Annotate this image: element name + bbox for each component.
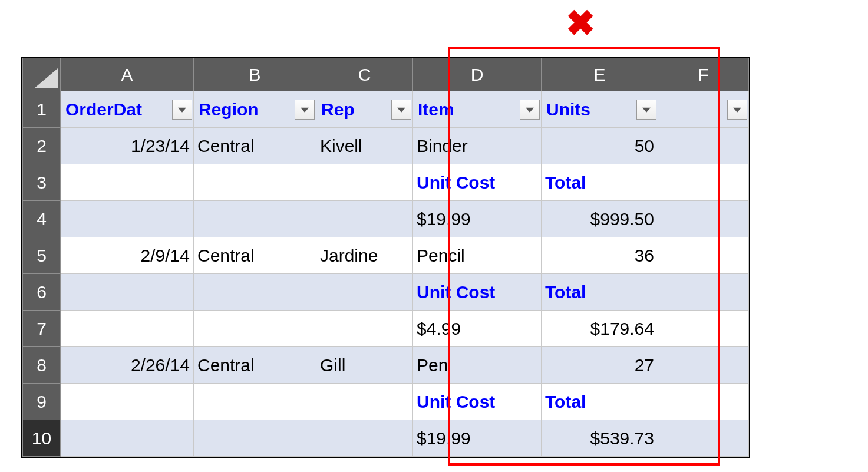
cell-A10[interactable] (61, 420, 194, 457)
cell-F4[interactable] (658, 201, 749, 237)
cell-E5[interactable]: 36 (542, 237, 658, 274)
filter-dropdown-icon[interactable] (636, 100, 656, 120)
cell-E7[interactable]: $179.64 (542, 311, 658, 347)
cell-F6[interactable] (658, 274, 749, 311)
row-header-9[interactable]: 9 (23, 384, 61, 420)
cell-D8[interactable]: Pen (413, 347, 542, 384)
cell-B8[interactable]: Central (194, 347, 316, 384)
cell-A4[interactable] (61, 201, 194, 237)
cell-B2[interactable]: Central (194, 128, 316, 164)
cell-A7[interactable] (61, 311, 194, 347)
cell-B1[interactable]: Region (194, 91, 316, 128)
error-x-icon: ✖ (566, 6, 595, 41)
cell-B9[interactable] (194, 384, 316, 420)
filter-dropdown-icon[interactable] (520, 100, 540, 120)
filter-dropdown-icon[interactable] (172, 100, 192, 120)
cell-A6[interactable] (61, 274, 194, 311)
cell-B10[interactable] (194, 420, 316, 457)
spreadsheet-grid: A B C D E F 1 OrderDat Region Rep Item U… (22, 58, 749, 457)
cell-D3[interactable]: Unit Cost (413, 164, 542, 201)
cell-F8[interactable] (658, 347, 749, 384)
cell-B7[interactable] (194, 311, 316, 347)
filter-dropdown-icon[interactable] (727, 100, 747, 120)
row-header-4[interactable]: 4 (23, 201, 61, 237)
col-header-D[interactable]: D (413, 58, 542, 91)
filter-dropdown-icon[interactable] (295, 100, 315, 120)
cell-A2[interactable]: 1/23/14 (61, 128, 194, 164)
cell-A8[interactable]: 2/26/14 (61, 347, 194, 384)
cell-E10[interactable]: $539.73 (542, 420, 658, 457)
cell-E3[interactable]: Total (542, 164, 658, 201)
row-header-10[interactable]: 10 (23, 420, 61, 457)
header-label: Rep (321, 100, 355, 119)
cell-B5[interactable]: Central (194, 237, 316, 274)
cell-B4[interactable] (194, 201, 316, 237)
cell-C7[interactable] (316, 311, 413, 347)
col-header-A[interactable]: A (61, 58, 194, 91)
cell-F10[interactable] (658, 420, 749, 457)
cell-C2[interactable]: Kivell (316, 128, 413, 164)
cell-E4[interactable]: $999.50 (542, 201, 658, 237)
cell-A3[interactable] (61, 164, 194, 201)
select-all-corner[interactable] (23, 58, 61, 91)
row-header-2[interactable]: 2 (23, 128, 61, 164)
cell-E2[interactable]: 50 (542, 128, 658, 164)
cell-E1[interactable]: Units (542, 91, 658, 128)
header-label: Region (199, 100, 259, 119)
cell-B3[interactable] (194, 164, 316, 201)
cell-F2[interactable] (658, 128, 749, 164)
cell-A1[interactable]: OrderDat (61, 91, 194, 128)
spreadsheet: A B C D E F 1 OrderDat Region Rep Item U… (21, 57, 750, 458)
header-label: Item (418, 100, 454, 119)
cell-D4[interactable]: $19.99 (413, 201, 542, 237)
cell-F9[interactable] (658, 384, 749, 420)
cell-F1[interactable] (658, 91, 749, 128)
cell-C1[interactable]: Rep (316, 91, 413, 128)
header-label: Units (546, 100, 590, 119)
cell-D2[interactable]: Binder (413, 128, 542, 164)
row-header-3[interactable]: 3 (23, 164, 61, 201)
header-label: OrderDat (65, 100, 142, 119)
row-header-6[interactable]: 6 (23, 274, 61, 311)
cell-D5[interactable]: Pencil (413, 237, 542, 274)
col-header-E[interactable]: E (542, 58, 658, 91)
col-header-C[interactable]: C (316, 58, 413, 91)
cell-C8[interactable]: Gill (316, 347, 413, 384)
cell-D6[interactable]: Unit Cost (413, 274, 542, 311)
cell-F7[interactable] (658, 311, 749, 347)
cell-C10[interactable] (316, 420, 413, 457)
row-header-1[interactable]: 1 (23, 91, 61, 128)
row-header-5[interactable]: 5 (23, 237, 61, 274)
cell-F5[interactable] (658, 237, 749, 274)
cell-D7[interactable]: $4.99 (413, 311, 542, 347)
cell-B6[interactable] (194, 274, 316, 311)
cell-C9[interactable] (316, 384, 413, 420)
cell-C3[interactable] (316, 164, 413, 201)
cell-C5[interactable]: Jardine (316, 237, 413, 274)
cell-E8[interactable]: 27 (542, 347, 658, 384)
filter-dropdown-icon[interactable] (391, 100, 411, 120)
cell-C6[interactable] (316, 274, 413, 311)
cell-A9[interactable] (61, 384, 194, 420)
cell-D9[interactable]: Unit Cost (413, 384, 542, 420)
cell-E9[interactable]: Total (542, 384, 658, 420)
cell-C4[interactable] (316, 201, 413, 237)
col-header-F[interactable]: F (658, 58, 749, 91)
cell-E6[interactable]: Total (542, 274, 658, 311)
row-header-7[interactable]: 7 (23, 311, 61, 347)
row-header-8[interactable]: 8 (23, 347, 61, 384)
col-header-B[interactable]: B (194, 58, 316, 91)
cell-D10[interactable]: $19.99 (413, 420, 542, 457)
cell-F3[interactable] (658, 164, 749, 201)
cell-A5[interactable]: 2/9/14 (61, 237, 194, 274)
cell-D1[interactable]: Item (413, 91, 542, 128)
